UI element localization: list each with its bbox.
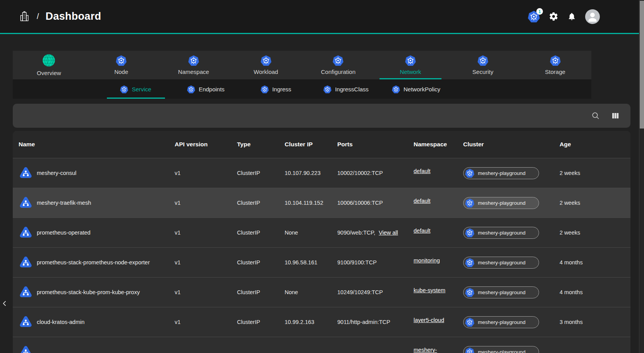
page-title: Dashboard xyxy=(46,10,101,22)
column-header-cluster-ip[interactable]: Cluster IP xyxy=(285,141,337,148)
building-icon[interactable] xyxy=(19,11,30,22)
subtab-networkpolicy[interactable]: NetworkPolicy xyxy=(381,79,451,99)
column-header-age[interactable]: Age xyxy=(560,141,630,148)
view-all-link[interactable]: View all xyxy=(379,230,398,236)
namespace-link[interactable]: monitoring xyxy=(414,257,440,264)
cluster-cell: meshery-playground xyxy=(463,197,560,209)
cluster-chip[interactable]: meshery-playground xyxy=(463,167,539,179)
tab-label: Configuration xyxy=(321,69,355,75)
user-avatar[interactable] xyxy=(585,9,600,24)
kubernetes-icon xyxy=(323,85,331,93)
namespace-cell: default xyxy=(414,200,463,206)
namespace-link[interactable]: default xyxy=(414,168,431,174)
tab-label: Overview xyxy=(37,70,61,76)
table-row[interactable]: meshery-traefik-mesh v1 ClusterIP 10.104… xyxy=(13,188,630,218)
settings-button[interactable] xyxy=(549,12,558,21)
tab-storage[interactable]: Storage xyxy=(519,51,591,79)
table-row[interactable]: meshery- meshery-playground xyxy=(13,337,630,353)
ports-cell: 10006/10006:TCP xyxy=(337,200,414,206)
namespace-link[interactable]: meshery- xyxy=(414,347,437,353)
namespace-link[interactable]: default xyxy=(414,228,431,234)
namespace-link[interactable]: kube-system xyxy=(414,287,445,293)
type-cell: ClusterIP xyxy=(237,230,285,236)
type-cell: ClusterIP xyxy=(237,170,285,176)
table-row[interactable]: prometheus-stack-kube-prom-kube-proxy v1… xyxy=(13,277,630,307)
tab-label: Security xyxy=(472,69,493,75)
cluster-chip[interactable]: meshery-playground xyxy=(463,286,539,298)
column-header-name[interactable]: Name xyxy=(13,141,175,148)
name-cell: prometheus-stack-prometheus-node-exporte… xyxy=(13,255,175,270)
namespace-cell: default xyxy=(414,170,463,176)
tab-label: Namespace xyxy=(178,69,209,75)
search-button[interactable] xyxy=(591,111,600,120)
table-row[interactable]: prometheus-operated v1 ClusterIP None 90… xyxy=(13,218,630,247)
api-version-cell: v1 xyxy=(175,319,237,325)
kubernetes-icon xyxy=(261,55,271,66)
api-version-cell: v1 xyxy=(175,170,237,176)
kubernetes-icon xyxy=(465,168,474,178)
cluster-ip-cell: None xyxy=(285,289,337,295)
cluster-ip-cell: 10.99.2.163 xyxy=(285,319,337,325)
ports-cell: 10002/10002:TCP xyxy=(337,170,414,176)
view-columns-button[interactable] xyxy=(611,111,620,120)
name-cell: prometheus-stack-kube-prom-kube-proxy xyxy=(13,285,175,300)
tab-configuration[interactable]: Configuration xyxy=(302,51,374,79)
subtab-service[interactable]: Service xyxy=(101,79,171,99)
tab-namespace[interactable]: Namespace xyxy=(158,51,230,79)
cluster-cell: meshery-playground xyxy=(463,346,560,353)
subtab-ingressclass[interactable]: IngressClass xyxy=(311,79,381,99)
column-header-cluster[interactable]: Cluster xyxy=(463,141,560,148)
subtab-endpoints[interactable]: Endpoints xyxy=(171,79,241,99)
kubernetes-icon xyxy=(465,198,474,207)
meshery-logo-icon xyxy=(42,54,55,67)
ports-cell: 10249/10249:TCP xyxy=(337,289,414,295)
tab-network[interactable]: Network xyxy=(374,51,447,79)
type-cell: ClusterIP xyxy=(237,289,285,295)
cluster-ip-cell: 10.107.90.223 xyxy=(285,170,337,176)
age-cell: 2 weeks xyxy=(560,200,630,206)
namespace-link[interactable]: layer5-cloud xyxy=(414,317,444,323)
collapse-drawer-button[interactable] xyxy=(2,299,8,308)
cluster-ip-cell: 10.104.119.152 xyxy=(285,200,337,206)
kubernetes-icon xyxy=(550,55,561,66)
namespace-link[interactable]: default xyxy=(414,198,431,204)
table-row[interactable]: cloud-kratos-admin v1 ClusterIP 10.99.2.… xyxy=(13,307,630,337)
table-row[interactable]: meshery-consul v1 ClusterIP 10.107.90.22… xyxy=(13,158,630,188)
gear-icon xyxy=(549,12,558,21)
scrollbar-thumb[interactable] xyxy=(640,1,644,129)
column-header-ports[interactable]: Ports xyxy=(337,141,414,148)
cluster-chip[interactable]: meshery-playground xyxy=(463,197,539,209)
kubernetes-context-button[interactable]: 1 xyxy=(528,10,540,22)
cluster-chip[interactable]: meshery-playground xyxy=(463,316,539,328)
service-name: meshery-traefik-mesh xyxy=(37,200,91,206)
cluster-chip-label: meshery-playground xyxy=(478,170,526,176)
ports-cell: 9090/web:TCP,View all xyxy=(337,230,414,236)
kubernetes-icon xyxy=(465,317,474,327)
column-header-type[interactable]: Type xyxy=(237,141,285,148)
header-actions: 1 xyxy=(528,9,600,24)
tab-overview[interactable]: Overview xyxy=(13,51,85,79)
bell-icon xyxy=(567,12,576,21)
tab-label: Network xyxy=(400,69,421,75)
kubernetes-icon xyxy=(477,55,488,66)
cluster-chip[interactable]: meshery-playground xyxy=(463,227,539,239)
breadcrumb-separator: / xyxy=(37,12,39,21)
kubernetes-icon xyxy=(465,347,474,353)
table-body: meshery-consul v1 ClusterIP 10.107.90.22… xyxy=(13,158,630,353)
tab-workload[interactable]: Workload xyxy=(230,51,302,79)
column-header-namespace[interactable]: Namespace xyxy=(414,141,463,148)
column-header-api-version[interactable]: API version xyxy=(175,141,237,148)
cluster-chip-label: meshery-playground xyxy=(478,319,526,325)
ports-cell: 9011/http-admin:TCP xyxy=(337,319,414,325)
table-row[interactable]: prometheus-stack-prometheus-node-exporte… xyxy=(13,247,630,277)
tab-security[interactable]: Security xyxy=(447,51,519,79)
notifications-button[interactable] xyxy=(567,12,576,21)
tab-node[interactable]: Node xyxy=(85,51,158,79)
cluster-chip[interactable]: meshery-playground xyxy=(463,257,539,269)
cluster-cell: meshery-playground xyxy=(463,227,560,239)
subtab-ingress[interactable]: Ingress xyxy=(241,79,311,99)
api-version-cell: v1 xyxy=(175,289,237,295)
cluster-chip[interactable]: meshery-playground xyxy=(463,346,539,353)
cluster-cell: meshery-playground xyxy=(463,286,560,298)
subtab-label: IngressClass xyxy=(335,86,369,93)
